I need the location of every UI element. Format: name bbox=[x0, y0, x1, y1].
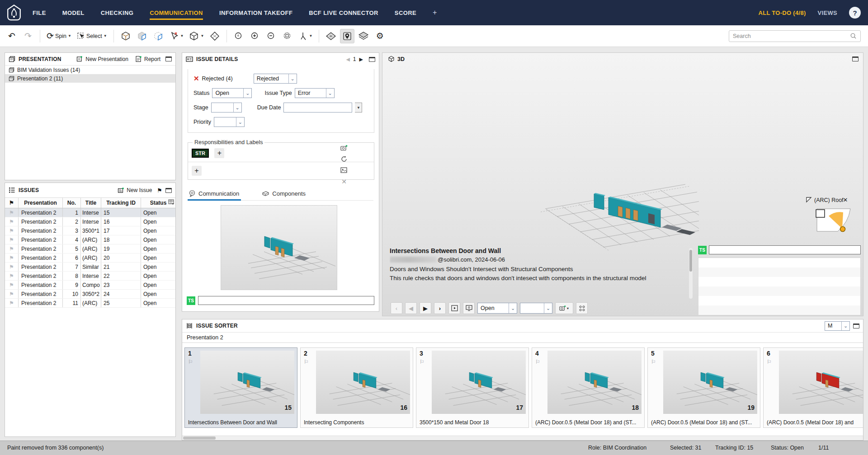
flag-column-header[interactable]: ⚑ bbox=[5, 198, 19, 208]
slide-text-scrollbar[interactable] bbox=[689, 248, 693, 299]
flag-icon[interactable]: ⚑ bbox=[9, 273, 14, 279]
redo-button[interactable]: ↷ bbox=[21, 29, 35, 43]
flag-icon[interactable]: ⚑ bbox=[9, 300, 14, 306]
slide-thumbnail[interactable] bbox=[221, 205, 337, 290]
search-input[interactable] bbox=[733, 33, 850, 39]
issue-card[interactable]: 2 ⚐ bbox=[300, 347, 413, 428]
flag-icon[interactable]: ⚐ bbox=[651, 359, 656, 365]
priority-select[interactable]: ⌄ bbox=[214, 117, 245, 127]
menu-item[interactable]: + bbox=[433, 6, 437, 19]
menu-item[interactable]: MODEL bbox=[62, 7, 85, 19]
zoom-window-button[interactable] bbox=[280, 29, 295, 43]
slide-stage-select[interactable]: ⌄ bbox=[520, 303, 552, 314]
transparent-others-button[interactable] bbox=[151, 29, 165, 43]
close-icon[interactable]: ✕ bbox=[843, 197, 848, 203]
status-select[interactable]: Open ⌄ bbox=[212, 88, 252, 98]
column-header-no[interactable]: No. bbox=[63, 198, 81, 208]
column-settings-icon[interactable] bbox=[168, 199, 175, 206]
issue-row[interactable]: ⚑ Presentation 2 4 (ARC) 18 Open bbox=[5, 235, 175, 244]
settings-button[interactable]: ⚙ bbox=[373, 29, 387, 43]
issue-row[interactable]: ⚑ Presentation 2 10 3050*2 24 Open bbox=[5, 290, 175, 299]
walk-mode-button[interactable] bbox=[340, 29, 354, 43]
issue-row[interactable]: ⚑ Presentation 2 6 (ARC) 20 Open bbox=[5, 253, 175, 263]
decision-select[interactable]: Rejected ⌄ bbox=[254, 74, 297, 84]
flag-icon[interactable]: ⚑ bbox=[9, 228, 14, 234]
issue-row[interactable]: ⚑ Presentation 2 5 (ARC) 19 Open bbox=[5, 244, 175, 253]
flag-icon[interactable]: ⚑ bbox=[9, 291, 14, 297]
maximize-panel-icon[interactable] bbox=[853, 324, 859, 328]
issue-card[interactable]: 3 ⚐ bbox=[416, 347, 529, 428]
issue-card[interactable]: 5 ⚐ bbox=[647, 347, 760, 428]
due-date-calendar-button[interactable]: ▼ bbox=[355, 103, 362, 113]
maximize-panel-icon[interactable] bbox=[369, 57, 375, 62]
tab-components[interactable]: Components bbox=[261, 187, 310, 200]
issue-row[interactable]: ⚑ Presentation 2 3 3500*1 17 Open bbox=[5, 226, 175, 235]
menu-item[interactable]: BCF LIVE CONNECTOR bbox=[309, 7, 378, 19]
menu-item[interactable]: COMMUNICATION bbox=[150, 7, 203, 19]
slide-comment-input[interactable] bbox=[709, 245, 861, 254]
maximize-panel-icon[interactable] bbox=[165, 56, 172, 61]
refresh-viewpoint-button[interactable] bbox=[340, 155, 349, 164]
flag-icon[interactable]: ⚐ bbox=[304, 359, 309, 365]
flag-icon[interactable]: ⚐ bbox=[535, 359, 540, 365]
issue-row[interactable]: ⚑ Presentation 2 2 Interse 16 Open bbox=[5, 217, 175, 226]
menu-item[interactable]: SCORE bbox=[395, 7, 416, 19]
zoom-in-button[interactable] bbox=[248, 29, 262, 43]
flag-icon[interactable]: ⚐ bbox=[188, 359, 193, 365]
update-viewpoint-button[interactable] bbox=[340, 143, 349, 152]
views-button[interactable]: VIEWS bbox=[818, 9, 837, 16]
flag-icon[interactable]: ⚐ bbox=[767, 359, 772, 365]
help-button[interactable]: ? bbox=[849, 7, 861, 19]
issue-row[interactable]: ⚑ Presentation 2 1 Interse 15 Open bbox=[5, 208, 175, 217]
prev-slide-button[interactable]: ◀ bbox=[405, 302, 417, 314]
issue-card[interactable]: 6 ⚐ bbox=[763, 347, 863, 428]
zoom-to-selection-button[interactable] bbox=[231, 29, 246, 43]
tab-communication[interactable]: Communication bbox=[188, 187, 244, 200]
str-responsibility-badge[interactable]: STR bbox=[192, 149, 209, 158]
menu-item[interactable]: FILE bbox=[33, 7, 46, 19]
maximize-panel-icon[interactable] bbox=[165, 188, 172, 193]
last-slide-button[interactable]: › bbox=[434, 302, 446, 314]
sorter-view-select[interactable]: M ⌄ bbox=[825, 321, 850, 331]
spin-button[interactable]: ⟳ Spin▼ bbox=[45, 29, 73, 43]
presentation-list-item[interactable]: BIM Validation Issues (14) bbox=[5, 66, 175, 74]
due-date-input[interactable] bbox=[283, 103, 352, 113]
column-header-title[interactable]: Title bbox=[81, 198, 101, 208]
flag-icon[interactable]: ⚑ bbox=[9, 282, 14, 288]
new-presentation-button[interactable]: New Presentation bbox=[75, 55, 130, 63]
flag-icon[interactable]: ⚑ bbox=[9, 210, 14, 216]
report-button[interactable]: Report bbox=[133, 55, 162, 63]
prev-issue-arrow[interactable]: ◀ bbox=[346, 56, 349, 62]
presentation-list-item[interactable]: Presentation 2 (11) bbox=[5, 74, 175, 83]
hide-others-button[interactable] bbox=[135, 29, 149, 43]
flag-icon[interactable]: ⚐ bbox=[420, 359, 425, 365]
show-all-button[interactable] bbox=[118, 29, 133, 43]
stage-select[interactable]: ⌄ bbox=[211, 103, 242, 113]
flag-icon[interactable]: ⚑ bbox=[9, 246, 14, 252]
issue-type-select[interactable]: Error ⌄ bbox=[295, 88, 335, 98]
issue-card[interactable]: 1 ⚐ bbox=[184, 347, 297, 428]
comment-input[interactable] bbox=[198, 296, 374, 305]
issue-row[interactable]: ⚑ Presentation 2 9 Compo 23 Open bbox=[5, 281, 175, 290]
flag-icon[interactable]: ⚑ bbox=[9, 237, 14, 243]
flag-filter-button[interactable]: ⚑ bbox=[157, 187, 162, 194]
new-issue-button[interactable]: New Issue bbox=[116, 186, 154, 195]
add-image-button[interactable] bbox=[340, 166, 349, 175]
pick-tool-button[interactable]: ▼ bbox=[297, 29, 314, 43]
present-on-screen-button[interactable] bbox=[463, 302, 475, 314]
flag-icon[interactable]: ⚑ bbox=[9, 219, 14, 225]
slide-components-button[interactable] bbox=[576, 302, 588, 314]
flag-icon[interactable]: ⚑ bbox=[9, 264, 14, 270]
undo-button[interactable]: ↶ bbox=[5, 29, 19, 43]
issue-row[interactable]: ⚑ Presentation 2 8 Interse 22 Open bbox=[5, 272, 175, 281]
remove-paint-button[interactable]: ▼ bbox=[167, 29, 186, 43]
menu-item[interactable]: INFORMATION TAKEOFF bbox=[219, 7, 292, 19]
floor-plan-view-button[interactable] bbox=[324, 29, 338, 43]
column-header-presentation[interactable]: Presentation bbox=[19, 198, 63, 208]
issue-card[interactable]: 4 ⚐ bbox=[532, 347, 645, 428]
issue-row[interactable]: ⚑ Presentation 2 11 (ARC) 25 Open bbox=[5, 299, 175, 308]
new-slide-button[interactable]: ▼ bbox=[555, 302, 573, 314]
slide-status-select[interactable]: Open ⌄ bbox=[477, 303, 517, 314]
column-header-tracking[interactable]: Tracking ID bbox=[101, 198, 141, 208]
add-responsibility-button[interactable]: + bbox=[214, 148, 224, 158]
